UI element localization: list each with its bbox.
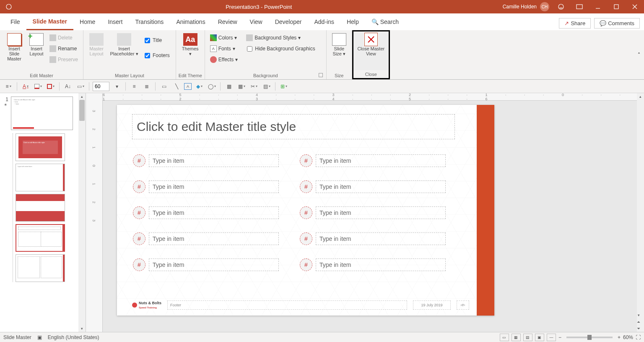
collapse-ribbon-button[interactable]: ˄	[634, 30, 644, 79]
layout-thumbnail[interactable]	[16, 254, 65, 282]
scroll-up-icon[interactable]: ▴	[637, 93, 644, 100]
master-thumbnail[interactable]: Click to edit Master title style• item •…	[11, 97, 73, 130]
table-button[interactable]: ▦	[236, 81, 247, 91]
tab-review[interactable]: Review	[212, 13, 244, 30]
ribbon-display-icon[interactable]	[570, 0, 589, 13]
maximize-button[interactable]	[607, 0, 626, 13]
dialog-launcher-icon[interactable]	[319, 73, 323, 77]
sort-button[interactable]: A↓	[63, 81, 73, 91]
align-button[interactable]: ≡	[3, 81, 13, 91]
item-right-5[interactable]: #Type in item	[300, 258, 446, 271]
search-box[interactable]: 🔍 Search	[365, 13, 405, 30]
item-right-4[interactable]: #Type in item	[300, 232, 446, 245]
layout-thumbnail-selected[interactable]	[16, 224, 65, 252]
item-text-placeholder[interactable]: Type in item	[149, 154, 279, 167]
item-left-5[interactable]: #Type in item	[133, 258, 279, 271]
editor-scrollbar[interactable]: ▴ ▾ ⏶ ⏷	[637, 93, 644, 332]
title-checkbox[interactable]: Title	[141, 36, 173, 45]
scroll-up-icon[interactable]: ▴	[78, 93, 86, 100]
prev-slide-button[interactable]: ⏶	[637, 319, 641, 325]
minimize-button[interactable]	[589, 0, 607, 13]
tab-file[interactable]: File	[4, 13, 26, 30]
rename-button[interactable]: Rename	[47, 44, 80, 53]
tab-addins[interactable]: Add-ins	[308, 13, 340, 30]
hide-bg-checkbox[interactable]: Hide Background Graphics	[244, 44, 318, 53]
next-slide-button[interactable]: ⏷	[637, 325, 641, 332]
slide-number-placeholder[interactable]: ‹#›	[457, 300, 469, 310]
tab-view[interactable]: View	[244, 13, 269, 30]
share-button[interactable]: ↗Share	[559, 18, 591, 29]
tab-insert[interactable]: Insert	[101, 13, 129, 30]
item-left-4[interactable]: #Type in item	[133, 232, 279, 245]
thumbnail-pane[interactable]: 1 ✶ Click to edit Master title style• it…	[0, 93, 86, 332]
background-styles-button[interactable]: Background Styles ▾	[244, 33, 318, 42]
fonts-button[interactable]: AFonts ▾	[208, 44, 240, 53]
layout-thumbnail[interactable]: Layout with content boxes	[16, 164, 65, 191]
chevron-down-icon[interactable]: ▾	[112, 81, 122, 91]
item-right-3[interactable]: #Type in item	[300, 206, 446, 219]
shape-button[interactable]: ◆	[194, 81, 204, 91]
chart-button[interactable]: ▤	[262, 81, 272, 91]
sorter-view-button[interactable]: ▦	[512, 334, 521, 341]
number-placeholder[interactable]: #	[133, 154, 145, 167]
fit-to-window-button[interactable]: ⛶	[636, 334, 641, 340]
align-left-button[interactable]: ≡	[129, 81, 139, 91]
scrollbar-thumb[interactable]	[79, 100, 85, 121]
line-button[interactable]: ╲	[171, 81, 182, 91]
tab-slide-master[interactable]: Slide Master	[26, 13, 73, 30]
font-size-input[interactable]	[93, 82, 109, 91]
zoom-in-button[interactable]: +	[618, 334, 621, 340]
arrange-button[interactable]: ▭	[75, 81, 86, 91]
item-left-3[interactable]: #Type in item	[133, 206, 279, 219]
picture-button[interactable]: ▦	[224, 81, 234, 91]
crop-button[interactable]: ✂	[249, 81, 259, 91]
notes-button[interactable]: —	[547, 334, 556, 341]
zoom-slider[interactable]	[566, 337, 613, 338]
tab-help[interactable]: Help	[340, 13, 365, 30]
close-master-view-button[interactable]: Close Master View	[353, 32, 389, 70]
outline-color-button[interactable]	[46, 81, 56, 91]
close-window-button[interactable]	[626, 0, 644, 13]
item-left-2[interactable]: #Type in item	[133, 180, 279, 193]
status-language[interactable]: English (United States)	[48, 334, 99, 340]
accessibility-icon[interactable]: ▣	[37, 334, 42, 340]
slide-editor[interactable]: 6 · · · 5 · · · 4 · · · 3 · · · 2 · · · …	[103, 93, 637, 332]
item-right-2[interactable]: #Type in item	[300, 180, 446, 193]
tab-transitions[interactable]: Transitions	[129, 13, 170, 30]
align-center-button[interactable]: ≣	[142, 81, 152, 91]
themes-button[interactable]: Aa Themes▾	[179, 32, 202, 70]
slideshow-button[interactable]: ▣	[535, 334, 544, 341]
face-icon[interactable]	[552, 0, 570, 13]
tab-animations[interactable]: Animations	[170, 13, 211, 30]
item-right-1[interactable]: #Type in item	[300, 154, 446, 167]
oval-button[interactable]: ◯	[207, 81, 217, 91]
zoom-thumb[interactable]	[587, 335, 592, 340]
insert-layout-button[interactable]: + Insert Layout	[27, 32, 46, 70]
insert-placeholder-button[interactable]: Insert Placeholder ▾	[108, 32, 140, 70]
normal-view-button[interactable]: ▭	[500, 334, 509, 341]
layout-thumbnail[interactable]	[16, 194, 65, 222]
reading-view-button[interactable]: ▤	[523, 334, 532, 341]
colors-button[interactable]: Colors ▾	[208, 33, 240, 42]
rect-button[interactable]: ▭	[159, 81, 169, 91]
zoom-out-button[interactable]: −	[558, 334, 561, 340]
slide-size-button[interactable]: Slide Size ▾	[329, 32, 349, 70]
textbox-button[interactable]: A	[184, 83, 192, 90]
fill-color-button[interactable]	[33, 81, 43, 91]
title-placeholder[interactable]: Click to edit Master title style	[132, 114, 455, 139]
footers-checkbox[interactable]: Footers	[141, 51, 173, 60]
user-area[interactable]: Camille Holden CH	[500, 2, 552, 11]
footer-placeholder[interactable]: Footer	[167, 300, 407, 310]
comments-button[interactable]: 💬Comments	[594, 18, 640, 29]
zoom-value[interactable]: 60%	[623, 334, 633, 340]
layout-thumbnail[interactable]: Click to edit Master title style	[16, 133, 65, 161]
guides-button[interactable]: ⊞	[279, 81, 289, 91]
item-left-1[interactable]: #Type in item	[133, 154, 279, 167]
date-placeholder[interactable]: 19 July 2019	[413, 300, 451, 310]
scroll-down-icon[interactable]: ▾	[78, 325, 86, 332]
insert-slide-master-button[interactable]: Insert Slide Master	[3, 32, 26, 70]
effects-button[interactable]: Effects ▾	[208, 55, 240, 64]
font-color-button[interactable]: A	[21, 81, 31, 91]
slide-canvas[interactable]: Click to edit Master title style #Type i…	[117, 105, 494, 316]
scroll-down-icon[interactable]: ▾	[637, 312, 641, 319]
